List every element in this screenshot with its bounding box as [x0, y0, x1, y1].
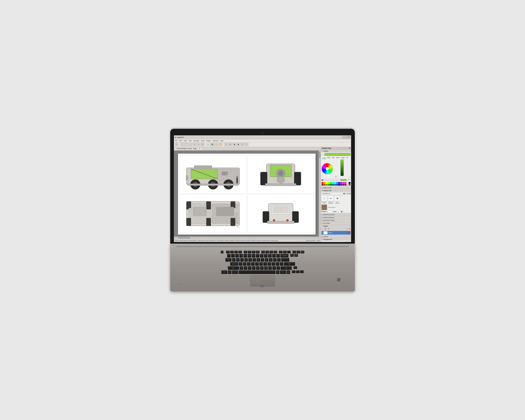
- scroll-thumb[interactable]: [319, 151, 320, 158]
- key-0[interactable]: 0: [268, 254, 272, 258]
- key-end[interactable]: end: [290, 254, 294, 257]
- tab-wheel[interactable]: Wheel: [322, 157, 327, 159]
- key-ins[interactable]: ins: [279, 251, 283, 253]
- tab-list[interactable]: List: [345, 157, 349, 159]
- key-f5[interactable]: F5: [244, 251, 247, 253]
- key-h[interactable]: H: [259, 262, 263, 266]
- freehand-tool[interactable]: ~: [188, 142, 192, 146]
- canvas-scroll-area[interactable]: #11: [174, 150, 321, 239]
- swatch-cyan[interactable]: [334, 182, 336, 184]
- menu-file[interactable]: File: [175, 140, 177, 142]
- key-s[interactable]: S: [243, 262, 246, 266]
- key-esc[interactable]: esc: [221, 251, 224, 253]
- key-rctrl[interactable]: ctrl: [287, 270, 290, 274]
- key-f12[interactable]: F12: [273, 251, 277, 253]
- key-m[interactable]: M: [264, 266, 268, 270]
- color-wheel[interactable]: [322, 163, 333, 174]
- key-ralt[interactable]: alt: [280, 270, 286, 274]
- swatch-purple[interactable]: [342, 184, 344, 186]
- scrapbooks-section-header[interactable]: ▼ Scrapbooks: [321, 238, 351, 241]
- swatch-blue[interactable]: [338, 182, 340, 184]
- key-minus[interactable]: -: [272, 254, 276, 258]
- key-6[interactable]: 6: [252, 254, 255, 258]
- menu-text[interactable]: Text: [189, 140, 192, 142]
- key-t[interactable]: T: [248, 258, 252, 262]
- key-prtsc[interactable]: prt sc: [292, 251, 296, 253]
- key-backspace2[interactable]: backspace: [280, 254, 289, 258]
- key-8[interactable]: 8: [260, 254, 263, 258]
- key-2[interactable]: 2: [235, 254, 239, 258]
- menu-arrange[interactable]: Arrange: [193, 140, 199, 142]
- page-settings-btn[interactable]: ⚙: [327, 228, 329, 230]
- key-comma[interactable]: ,: [268, 266, 272, 270]
- key-winkey[interactable]: ⊞: [276, 270, 280, 274]
- rect-tool[interactable]: □: [193, 142, 196, 146]
- key-f9[interactable]: F9: [261, 251, 265, 253]
- key-f8[interactable]: F8: [256, 251, 260, 253]
- pages-nav[interactable]: ◀: [232, 142, 236, 146]
- circle-tool[interactable]: ○: [197, 142, 200, 146]
- menu-view[interactable]: View: [184, 140, 187, 142]
- select-tool[interactable]: ↖: [175, 142, 178, 146]
- shape-style-section[interactable]: ▶ Shape Style: [321, 187, 351, 189]
- key-period[interactable]: .: [272, 266, 276, 270]
- menu-tools[interactable]: Tools: [201, 140, 205, 142]
- key-tab[interactable]: tab: [225, 258, 232, 262]
- zoom-in-tool[interactable]: +: [241, 142, 244, 146]
- key-o[interactable]: O: [265, 258, 268, 262]
- swatch-orange[interactable]: [324, 182, 326, 184]
- key-down[interactable]: ↓: [296, 270, 300, 273]
- tab-hsb[interactable]: HSB: [331, 157, 335, 159]
- swatch-magenta[interactable]: [342, 182, 344, 184]
- key-alt[interactable]: alt: [232, 270, 238, 274]
- key-f7[interactable]: F7: [252, 251, 255, 253]
- swatch-darkviolet[interactable]: [340, 184, 342, 186]
- key-enter[interactable]: enter: [284, 262, 295, 266]
- key-equals[interactable]: =: [276, 254, 280, 258]
- key-semicolon[interactable]: ;: [276, 262, 279, 266]
- key-left[interactable]: ←: [292, 270, 296, 273]
- key-j[interactable]: J: [263, 262, 267, 266]
- key-f10[interactable]: F10: [265, 251, 269, 253]
- key-5[interactable]: 5: [248, 254, 251, 258]
- key-q[interactable]: Q: [232, 258, 236, 262]
- key-backspace[interactable]: ←: [287, 251, 291, 253]
- doc-tab[interactable]: Desert Mobility Concept - Page 1 ✕: [175, 148, 202, 150]
- nav-tool[interactable]: ⊕: [228, 142, 232, 146]
- key-z[interactable]: Z: [240, 266, 243, 270]
- text-tool[interactable]: T: [206, 142, 210, 146]
- colors-section-header[interactable]: ▼ Colors: [321, 150, 351, 152]
- key-n[interactable]: N: [260, 266, 264, 270]
- key-7[interactable]: 7: [256, 254, 259, 258]
- key-pgup[interactable]: pg up: [301, 251, 304, 253]
- key-capslock[interactable]: caps lock: [230, 262, 238, 266]
- key-4[interactable]: 4: [244, 254, 247, 258]
- key-backtick[interactable]: `: [227, 254, 231, 258]
- layers-section[interactable]: ▶ Layers: [321, 235, 351, 238]
- page-view-list[interactable]: ≡: [346, 228, 348, 230]
- key-d[interactable]: D: [247, 262, 251, 266]
- duplicate-page-btn[interactable]: ⧉: [324, 228, 327, 230]
- zoom-tool[interactable]: 🔍: [224, 142, 228, 146]
- swatch-lime[interactable]: [328, 182, 329, 184]
- key-up[interactable]: ↑: [293, 266, 297, 269]
- key-b[interactable]: B: [256, 266, 260, 270]
- key-y[interactable]: Y: [253, 258, 256, 262]
- h-scroll-thumb[interactable]: [178, 237, 190, 239]
- swatch-yellow[interactable]: [326, 182, 328, 184]
- menu-window[interactable]: Window: [213, 140, 218, 142]
- pages-section-header[interactable]: ▼ Pages: [321, 225, 351, 227]
- swatch-white[interactable]: [347, 182, 348, 184]
- pattern-view-grid[interactable]: ⊞: [349, 193, 351, 195]
- minimize-button[interactable]: _: [342, 136, 345, 139]
- dimension-style-section[interactable]: ▶ Dimension Style: [321, 219, 351, 222]
- key-g[interactable]: G: [255, 262, 259, 266]
- swatch-darkblue[interactable]: [338, 184, 340, 186]
- zoom-out-tool[interactable]: -: [245, 142, 248, 146]
- page-view-grid[interactable]: ⊞: [348, 228, 351, 230]
- rotation-input[interactable]: [327, 211, 332, 213]
- key-l[interactable]: L: [272, 262, 275, 266]
- page-item-1[interactable]: 1. Page 1 ●: [321, 231, 351, 235]
- key-rshift[interactable]: shift ↑: [281, 266, 292, 270]
- key-f4[interactable]: F4: [238, 251, 242, 253]
